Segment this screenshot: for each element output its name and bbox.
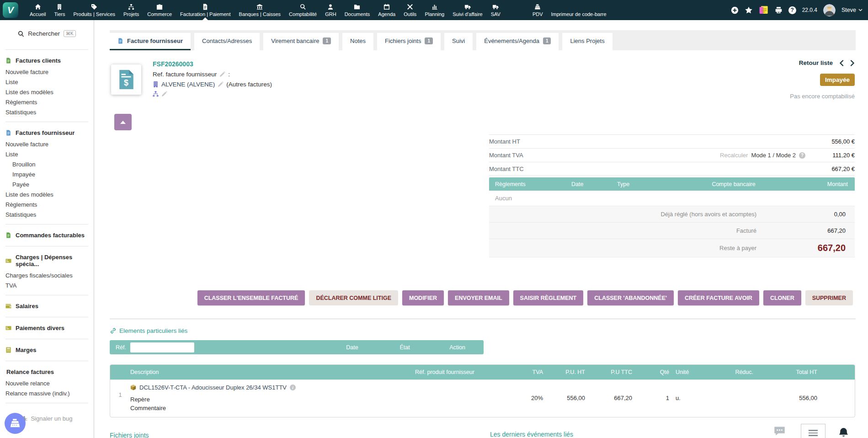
latest-events-title[interactable]: Les derniers événements liés [490,431,573,438]
sidebar-item-impayee[interactable]: Impayée [0,170,94,180]
nav-item-agenda[interactable]: Agenda [374,0,399,20]
sidebar-section-commandes-facturables[interactable]: Commandes facturables [0,229,94,242]
nav-item-comptabilite[interactable]: Comptabilité [285,0,321,20]
sidebar-section-marges[interactable]: Marges [0,343,94,357]
sidebar-item-nouvelle-facture-client[interactable]: Nouvelle facture [0,67,94,77]
sidebar-section-factures-clients[interactable]: Factures clients [0,54,94,67]
classer-ensemble-facture-button[interactable]: CLASSER L'ENSEMBLE FACTURÉ [197,290,305,305]
sidebar-item-charges-fiscales[interactable]: Charges fiscales/sociales [0,271,94,281]
star-icon[interactable] [745,6,753,14]
collapse-button[interactable] [114,114,132,130]
sidebar-item-nouvelle-relance[interactable]: Nouvelle relance [0,379,94,389]
linked-elements-title[interactable]: Elements particuliers liés [110,327,187,334]
nav-item-projets[interactable]: Projets [119,0,143,20]
nav-item-suivi-affaire[interactable]: Suivi d'affaire [448,0,487,20]
linked-ref-input[interactable] [130,342,194,353]
sidebar-item-nouvelle-facture-fournisseur[interactable]: Nouvelle facture [0,139,94,150]
sidebar-section-salaires[interactable]: Salaires [0,299,94,313]
tab-fichiers-joints[interactable]: Fichiers joints1 [377,33,441,50]
classer-abandonnee-button[interactable]: CLASSER 'ABANDONNÉE' [587,290,674,305]
calculator-icon [5,347,11,353]
sidebar-item-reglements-fournisseur[interactable]: Règlements [0,200,94,210]
help-icon[interactable]: ? [788,6,796,14]
tab-liens-projets[interactable]: Liens Projets [562,33,612,50]
info-icon[interactable]: i [290,385,296,390]
divider [5,122,88,122]
supprimer-button[interactable]: SUPPRIMER [805,290,853,305]
nav-item-facturation-paiement[interactable]: Facturation | Paiement [176,0,234,20]
sidebar-item-liste-modeles-fournisseur[interactable]: Liste des modèles [0,190,94,200]
tab-contacts-adresses[interactable]: Contacts/Adresses [194,33,260,50]
sidebar-item-relance-massive[interactable]: Relance massive (indiv.) [0,389,94,399]
chevron-left-icon[interactable] [839,60,844,66]
sidebar-section-factures-fournisseur[interactable]: Factures fournisseur [0,126,94,139]
nav-item-imprimeur-code-barre[interactable]: Imprimeur de code-barre [547,0,611,20]
company-link[interactable]: ALVENE (ALVENE) [161,81,215,88]
nav-item-sav[interactable]: SAV [487,0,505,20]
sidebar-search[interactable]: Rechercher ⌘K [0,20,94,45]
sidebar-section-paiements-divers[interactable]: Paiements divers [0,321,94,335]
nav-item-accueil[interactable]: Accueil [26,0,50,20]
pencil-icon[interactable] [161,91,167,97]
avatar[interactable] [823,4,836,16]
pencil-icon[interactable] [219,71,225,77]
sidebar-item-statistiques-clients[interactable]: Statistiques [0,107,94,118]
sidebar-section-charges[interactable]: Charges | Dépenses spécia... [0,251,94,271]
line-pu-ht: 556,00 [548,395,585,401]
sidebar-section-relance-factures[interactable]: Relance factures [0,365,94,379]
sidebar-item-liste-modeles-clients[interactable]: Liste des modèles [0,87,94,97]
nav-item-banques-caisses[interactable]: Banques | Caisses [235,0,285,20]
back-to-list-link[interactable]: Retour liste [799,59,833,66]
product-link[interactable]: DCL1526V-T-CTA - Adoucisseur Duplex 26/3… [130,384,392,391]
nav-item-tiers[interactable]: Tiers [50,0,69,20]
invoice-ref[interactable]: FSF20260003 [153,60,272,68]
envoyer-email-button[interactable]: ENVOYER EMAIL [448,290,509,305]
tab-facture-fournisseur[interactable]: Facture fournisseur [110,33,191,50]
creer-facture-avoir-button[interactable]: CRÉER FACTURE AVOIR [678,290,759,305]
sidebar-item-tva[interactable]: TVA [0,281,94,291]
sidebar-item-statistiques-fournisseur[interactable]: Statistiques [0,210,94,220]
pos-floating-button[interactable] [5,413,26,434]
tab-suivi[interactable]: Suivi [444,33,473,50]
project-sitemap-icon[interactable] [153,91,159,97]
sidebar-item-liste-fournisseur[interactable]: Liste [0,150,94,160]
declarer-litige-button[interactable]: DÉCLARER COMME LITIGE [309,290,398,305]
comment-icon[interactable] [773,426,786,437]
nav-item-produits-services[interactable]: Produits | Services [69,0,120,20]
pencil-icon[interactable] [218,81,224,87]
modifier-button[interactable]: MODIFIER [402,290,444,305]
sidebar-item-reglements-clients[interactable]: Règlements [0,97,94,107]
bell-icon[interactable] [838,427,849,438]
tab-virement-bancaire[interactable]: Virement bancaire1 [263,33,339,50]
nav-item-grh[interactable]: GRH [321,0,340,20]
nav-item-pdv[interactable]: PDV [528,0,547,20]
line-commentaire: Commentaire [130,405,392,411]
recalculate-link[interactable]: Recalculer [720,152,748,159]
help-circle-icon[interactable]: ? [799,152,805,159]
user-menu[interactable]: Steve [841,7,863,13]
nav-item-planning[interactable]: Planning [421,0,448,20]
attached-files-title[interactable]: Fichiers joints [110,432,149,438]
list-view-button[interactable] [801,424,825,438]
chevron-right-icon[interactable] [850,60,855,66]
nav-item-outils[interactable]: Outils [399,0,421,20]
tva-modes-link[interactable]: Mode 1 / Mode 2 [751,152,796,159]
triangle-up-icon [120,121,126,124]
calendar-icon [383,4,390,10]
sidebar-item-brouillon[interactable]: Brouillon [0,160,94,170]
printer-icon[interactable] [775,6,783,14]
nav-item-documents[interactable]: Documents [341,0,374,20]
invoice-thumbnail[interactable]: $ [111,64,141,95]
saisir-reglement-button[interactable]: SAISIR RÈGLEMENT [513,290,584,305]
cash-register-icon [10,418,21,429]
plus-circle-icon[interactable] [731,6,739,14]
home-icon [35,4,41,10]
sidebar-item-payee[interactable]: Payée [0,180,94,190]
sticky-note-icon[interactable] [759,5,769,15]
dolibarr-logo[interactable]: V [3,2,18,18]
tab-notes[interactable]: Notes [342,33,373,50]
nav-item-commerce[interactable]: Commerce [143,0,176,20]
sidebar-item-liste-clients[interactable]: Liste [0,77,94,87]
cloner-button[interactable]: CLONER [763,290,801,305]
tab-evenements-agenda[interactable]: Événements/Agenda1 [476,33,559,50]
